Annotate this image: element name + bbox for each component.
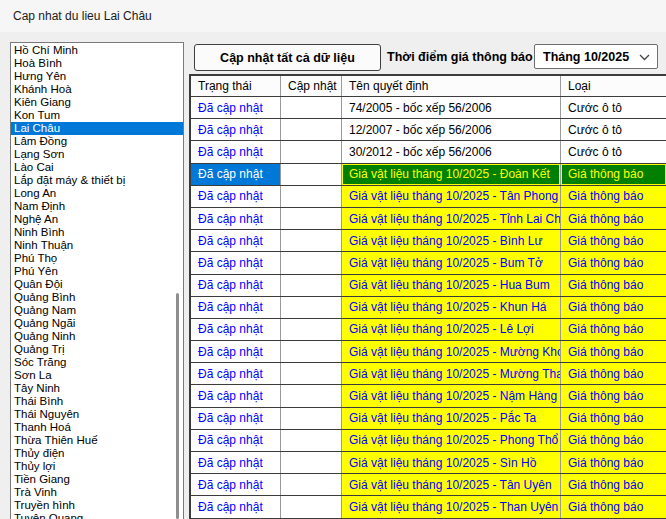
- sidebar-item[interactable]: Khánh Hoà: [11, 83, 183, 96]
- cell-update: [281, 230, 342, 251]
- sidebar-item[interactable]: Ninh Thuận: [11, 239, 183, 252]
- sidebar-item[interactable]: Lào Cai: [11, 161, 183, 174]
- sidebar-item[interactable]: Lâm Đồng: [11, 135, 183, 148]
- column-header[interactable]: Cập nhật: [281, 76, 342, 96]
- sidebar-item[interactable]: Lai Châu: [11, 122, 183, 135]
- grid-header-row: Trạng tháiCập nhậtTên quyết địnhLoại: [191, 76, 666, 97]
- sidebar-item[interactable]: Truyền hình: [11, 499, 183, 512]
- sidebar-item[interactable]: Tiền Giang: [11, 473, 183, 486]
- sidebar-item[interactable]: Kon Tum: [11, 109, 183, 122]
- column-header[interactable]: Loại: [561, 76, 666, 96]
- province-listbox[interactable]: Hồ Chí MinhHoà BìnhHưng YênKhánh HoàKiên…: [10, 42, 184, 519]
- sidebar-item[interactable]: Quảng Nam: [11, 304, 183, 317]
- sidebar-item[interactable]: Hoà Bình: [11, 57, 183, 70]
- table-row[interactable]: Đã cập nhậtGiá vật liệu tháng 10/2025 - …: [191, 452, 666, 474]
- cell-type: Giá thông báo: [561, 275, 666, 296]
- table-row[interactable]: Đã cập nhậtGiá vật liệu tháng 10/2025 - …: [191, 186, 666, 208]
- table-row[interactable]: Đã cập nhậtGiá vật liệu tháng 10/2025 - …: [191, 474, 666, 496]
- cell-update: [281, 119, 342, 140]
- cell-name: Giá vật liệu tháng 10/2025 - Đoàn Kết: [342, 164, 561, 185]
- sidebar-item[interactable]: Tây Ninh: [11, 382, 183, 395]
- table-row[interactable]: Đã cập nhậtGiá vật liệu tháng 10/2025 - …: [191, 208, 666, 230]
- table-row[interactable]: Đã cập nhậtGiá vật liệu tháng 10/2025 - …: [191, 363, 666, 385]
- cell-name: Giá vật liệu tháng 10/2025 - Mường Khoa: [342, 341, 561, 362]
- sidebar-item[interactable]: Thái Bình: [11, 395, 183, 408]
- cell-status: Đã cập nhật: [191, 186, 281, 207]
- update-all-button[interactable]: Cập nhật tất cả dữ liệu: [194, 44, 381, 71]
- cell-status: Đã cập nhật: [191, 275, 281, 296]
- cell-type: Giá thông báo: [561, 385, 666, 406]
- cell-update: [281, 297, 342, 318]
- table-row[interactable]: Đã cập nhậtGiá vật liệu tháng 10/2025 - …: [191, 164, 666, 186]
- data-grid: Trạng tháiCập nhậtTên quyết địnhLoại Đã …: [189, 74, 666, 519]
- sidebar-item[interactable]: Sơn La: [11, 369, 183, 382]
- cell-status: Đã cập nhật: [191, 385, 281, 406]
- table-row[interactable]: Đã cập nhật12/2007 - bốc xếp 56/2006Cước…: [191, 119, 666, 141]
- sidebar-item[interactable]: Long An: [11, 187, 183, 200]
- cell-name: 74/2005 - bốc xếp 56/2006: [342, 97, 561, 118]
- sidebar-item[interactable]: Thủy lợi: [11, 460, 183, 473]
- sidebar-item[interactable]: Trà Vinh: [11, 486, 183, 499]
- table-row[interactable]: Đã cập nhậtGiá vật liệu tháng 10/2025 - …: [191, 252, 666, 274]
- sidebar-item[interactable]: Hưng Yên: [11, 70, 183, 83]
- table-row[interactable]: Đã cập nhậtGiá vật liệu tháng 10/2025 - …: [191, 408, 666, 430]
- cell-update: [281, 164, 342, 185]
- cell-name: Giá vật liệu tháng 10/2025 - Tân Phong: [342, 186, 561, 207]
- sidebar-item[interactable]: Nam Định: [11, 200, 183, 213]
- cell-type: Giá thông báo: [561, 474, 666, 495]
- cell-status: Đã cập nhật: [191, 496, 281, 517]
- sidebar-item[interactable]: Quảng Bình: [11, 291, 183, 304]
- sidebar-item[interactable]: Thái Nguyên: [11, 408, 183, 421]
- cell-name: Giá vật liệu tháng 10/2025 - Tân Uyên: [342, 474, 561, 495]
- cell-name: Giá vật liệu tháng 10/2025 - Hua Bum: [342, 275, 561, 296]
- table-row[interactable]: Đã cập nhậtGiá vật liệu tháng 10/2025 - …: [191, 341, 666, 363]
- sidebar-item[interactable]: Nghệ An: [11, 213, 183, 226]
- column-header[interactable]: Trạng thái: [191, 76, 281, 96]
- sidebar-item[interactable]: Thủy điện: [11, 447, 183, 460]
- cell-type: Cước ô tô: [561, 119, 666, 140]
- table-row[interactable]: Đã cập nhậtGiá vật liệu tháng 10/2025 - …: [191, 275, 666, 297]
- column-header[interactable]: Tên quyết định: [342, 76, 561, 96]
- cell-type: Giá thông báo: [561, 319, 666, 340]
- table-row[interactable]: Đã cập nhậtGiá vật liệu tháng 10/2025 - …: [191, 496, 666, 518]
- sidebar-item[interactable]: Ninh Bình: [11, 226, 183, 239]
- sidebar-item[interactable]: Kiên Giang: [11, 96, 183, 109]
- cell-update: [281, 141, 342, 162]
- window-titlebar[interactable]: Cap nhat du lieu Lai Châu: [0, 0, 666, 32]
- sidebar-item[interactable]: Hồ Chí Minh: [11, 44, 183, 57]
- price-time-dropdown[interactable]: Tháng 10/2025: [534, 44, 658, 69]
- cell-status: Đã cập nhật: [191, 297, 281, 318]
- sidebar-item[interactable]: Lắp đặt máy & thiết bị: [11, 174, 183, 187]
- table-row[interactable]: Đã cập nhậtGiá vật liệu tháng 10/2025 - …: [191, 297, 666, 319]
- cell-update: [281, 341, 342, 362]
- cell-type: Cước ô tô: [561, 97, 666, 118]
- sidebar-item[interactable]: Phú Yên: [11, 265, 183, 278]
- sidebar-item[interactable]: Quảng Trị: [11, 343, 183, 356]
- table-row[interactable]: Đã cập nhật74/2005 - bốc xếp 56/2006Cước…: [191, 97, 666, 119]
- cell-status: Đã cập nhật: [191, 208, 281, 229]
- cell-update: [281, 275, 342, 296]
- cell-update: [281, 252, 342, 273]
- sidebar-item[interactable]: Sóc Trăng: [11, 356, 183, 369]
- sidebar-item[interactable]: Lạng Sơn: [11, 148, 183, 161]
- sidebar-item[interactable]: Phú Thọ: [11, 252, 183, 265]
- sidebar-item[interactable]: Thanh Hoá: [11, 421, 183, 434]
- cell-name: Giá vật liệu tháng 10/2025 - Khun Há: [342, 297, 561, 318]
- cell-update: [281, 430, 342, 451]
- table-row[interactable]: Đã cập nhậtGiá vật liệu tháng 10/2025 - …: [191, 230, 666, 252]
- cell-status: Đã cập nhật: [191, 341, 281, 362]
- table-row[interactable]: Đã cập nhậtGiá vật liệu tháng 10/2025 - …: [191, 385, 666, 407]
- chevron-down-icon: [639, 54, 650, 61]
- sidebar-item[interactable]: Thừa Thiên Huế: [11, 434, 183, 447]
- cell-status: Đã cập nhật: [191, 164, 281, 185]
- listbox-scrollbar[interactable]: [176, 293, 179, 519]
- sidebar-item[interactable]: Quảng Ngãi: [11, 317, 183, 330]
- cell-update: [281, 496, 342, 517]
- sidebar-item[interactable]: Tuyên Quang: [11, 512, 183, 519]
- table-row[interactable]: Đã cập nhậtGiá vật liệu tháng 10/2025 - …: [191, 430, 666, 452]
- table-row[interactable]: Đã cập nhậtGiá vật liệu tháng 10/2025 - …: [191, 319, 666, 341]
- sidebar-item[interactable]: Quảng Ninh: [11, 330, 183, 343]
- cell-status: Đã cập nhật: [191, 474, 281, 495]
- table-row[interactable]: Đã cập nhật30/2012 - bốc xếp 56/2006Cước…: [191, 141, 666, 163]
- sidebar-item[interactable]: Quân Đội: [11, 278, 183, 291]
